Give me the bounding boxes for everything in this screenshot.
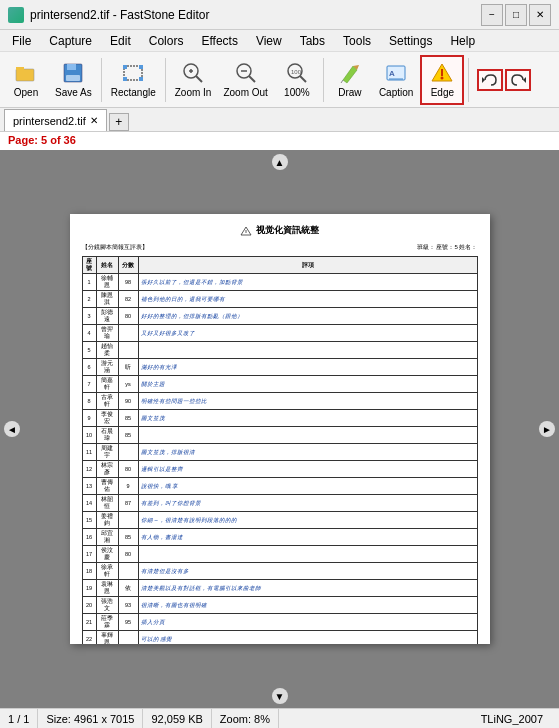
status-zoom-text: Zoom: 8% — [220, 713, 270, 725]
table-row: 15姜禮鈞你細～，很清楚有說明到段落的的的 — [82, 512, 477, 529]
cell-name: 古承軒 — [96, 393, 118, 410]
nav-top-arrow[interactable]: ▲ — [272, 154, 288, 170]
cell-score: 80 — [118, 461, 138, 478]
cell-name: 邱宜湘 — [96, 529, 118, 546]
cell-score — [118, 325, 138, 342]
cell-comment: 明確性有些問題一些些比 — [138, 393, 477, 410]
window-title: printersend2.tif - FastStone Editor — [30, 8, 209, 22]
cell-name: 曹傳佑 — [96, 478, 118, 495]
svg-rect-8 — [139, 65, 143, 69]
new-tab-button[interactable]: + — [109, 113, 129, 131]
menu-view[interactable]: View — [248, 31, 290, 51]
tab-close-button[interactable]: ✕ — [90, 115, 98, 126]
cell-num: 1 — [82, 274, 96, 291]
table-row: 14林韶恒87有差到，叫了你想背景 — [82, 495, 477, 512]
menu-capture[interactable]: Capture — [41, 31, 100, 51]
cell-score: 85 — [118, 410, 138, 427]
cell-num: 6 — [82, 359, 96, 376]
cell-name: 彭德遠 — [96, 308, 118, 325]
table-row: 18徐承軒有清楚但是沒有多 — [82, 563, 477, 580]
tab-printersend2[interactable]: printersend2.tif ✕ — [4, 109, 107, 131]
cell-num: 16 — [82, 529, 96, 546]
zoom-in-button[interactable]: Zoom In — [170, 55, 217, 105]
cell-comment: 圖文並茂，排版很清 — [138, 444, 477, 461]
zoom-in-icon — [181, 61, 205, 85]
title-controls: − □ ✕ — [481, 4, 551, 26]
menu-tools[interactable]: Tools — [335, 31, 379, 51]
open-button[interactable]: Open — [4, 55, 48, 105]
cell-comment: 補色到他的日的，還我可要哪有 — [138, 291, 477, 308]
cell-name: 游元涵 — [96, 359, 118, 376]
cell-comment: 有人物，書湯達 — [138, 529, 477, 546]
cell-comment: 圖文並茂 — [138, 410, 477, 427]
table-row: 1徐輔恩98張好久以前了，但還是不錯，加點背景 — [82, 274, 477, 291]
cell-comment: 很清晰，有圖也有很明確 — [138, 597, 477, 614]
menu-colors[interactable]: Colors — [141, 31, 192, 51]
doc-title: 视觉化資訊統整 — [82, 224, 478, 237]
col-header-score: 分數 — [118, 257, 138, 274]
draw-button[interactable]: Draw — [328, 55, 372, 105]
menu-help[interactable]: Help — [442, 31, 483, 51]
menu-file[interactable]: File — [4, 31, 39, 51]
svg-rect-7 — [123, 65, 127, 69]
cell-comment: 滿好的有光澤 — [138, 359, 477, 376]
cell-name: 袁琳恩 — [96, 580, 118, 597]
cell-comment: 說很快，哦 享 — [138, 478, 477, 495]
rectangle-button[interactable]: Rectangle — [106, 55, 161, 105]
cell-score: 85 — [118, 529, 138, 546]
table-row: 12林宗彥80邏輯引以是整齊 — [82, 461, 477, 478]
status-zoom: Zoom: 8% — [212, 709, 279, 728]
cell-name: 辜輝恩 — [96, 631, 118, 645]
svg-rect-1 — [16, 69, 34, 81]
zoom-out-button[interactable]: Zoom Out — [218, 55, 272, 105]
title-bar-left: printersend2.tif - FastStone Editor — [8, 7, 209, 23]
cell-num: 9 — [82, 410, 96, 427]
cell-num: 17 — [82, 546, 96, 563]
status-page-text: 1 / 1 — [8, 713, 29, 725]
table-row: 2陳恩淇82補色到他的日的，還我可要哪有 — [82, 291, 477, 308]
cell-num: 18 — [82, 563, 96, 580]
cell-num: 3 — [82, 308, 96, 325]
cell-score: 82 — [118, 291, 138, 308]
draw-icon — [338, 61, 362, 85]
menu-effects[interactable]: Effects — [193, 31, 245, 51]
doc-title-text: 视觉化資訊統整 — [256, 224, 319, 237]
menu-settings[interactable]: Settings — [381, 31, 440, 51]
table-row: 5趙怡柔 — [82, 342, 477, 359]
zoom-out-icon — [234, 61, 258, 85]
table-row: 11周建宇圖文並茂，排版很清 — [82, 444, 477, 461]
menu-tabs[interactable]: Tabs — [292, 31, 333, 51]
rectangle-label: Rectangle — [111, 87, 156, 98]
table-row: 6游元涵听滿好的有光澤 — [82, 359, 477, 376]
svg-line-20 — [300, 76, 306, 82]
minimize-button[interactable]: − — [481, 4, 503, 26]
cell-name: 林韶恒 — [96, 495, 118, 512]
cell-score — [118, 563, 138, 580]
undo-button[interactable] — [477, 69, 503, 91]
caption-label: Caption — [379, 87, 413, 98]
cell-name: 張浩文 — [96, 597, 118, 614]
menu-edit[interactable]: Edit — [102, 31, 139, 51]
tab-label: printersend2.tif — [13, 115, 86, 127]
close-button[interactable]: ✕ — [529, 4, 551, 26]
nav-bottom-arrow[interactable]: ▼ — [272, 688, 288, 704]
cell-num: 14 — [82, 495, 96, 512]
toolbar: Open Save As Rectangle — [0, 52, 559, 108]
cell-score: 90 — [118, 393, 138, 410]
toolbar-separator-3 — [323, 58, 324, 102]
cell-score: 听 — [118, 359, 138, 376]
save-as-button[interactable]: Save As — [50, 55, 97, 105]
edge-button[interactable]: Edge — [420, 55, 464, 105]
redo-button[interactable] — [505, 69, 531, 91]
nav-right-arrow[interactable]: ► — [539, 421, 555, 437]
table-row: 9李俊宏85圖文並茂 — [82, 410, 477, 427]
nav-left-arrow[interactable]: ◄ — [4, 421, 20, 437]
zoom-100-icon: 100 — [285, 61, 309, 85]
cell-name: 姜禮鈞 — [96, 512, 118, 529]
zoom-100-button[interactable]: 100 100% — [275, 55, 319, 105]
maximize-button[interactable]: □ — [505, 4, 527, 26]
table-row: 21莊季霖95插入分頁 — [82, 614, 477, 631]
tab-bar: printersend2.tif ✕ + — [0, 108, 559, 132]
caption-button[interactable]: A Caption — [374, 55, 418, 105]
cell-comment: 可以的 感覺 — [138, 631, 477, 645]
